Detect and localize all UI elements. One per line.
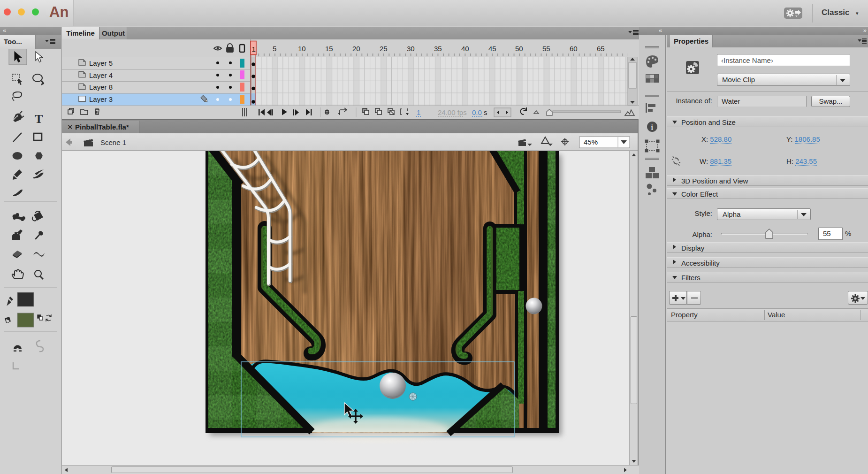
svg-text:Layer 3: Layer 3 (89, 95, 113, 103)
svg-text:40: 40 (461, 45, 469, 53)
svg-text:T: T (35, 112, 43, 126)
svg-text:Layer 4: Layer 4 (89, 71, 113, 79)
svg-text:0.0: 0.0 (472, 108, 482, 116)
svg-text:65: 65 (597, 45, 605, 53)
svg-text:60: 60 (570, 45, 578, 53)
svg-text:50: 50 (515, 45, 523, 53)
svg-text:45%: 45% (584, 138, 598, 146)
svg-text:20: 20 (352, 45, 360, 53)
svg-text:30: 30 (407, 45, 415, 53)
svg-text:10: 10 (298, 45, 306, 53)
svg-text:1: 1 (417, 108, 420, 116)
svg-text:35: 35 (434, 45, 442, 53)
svg-text:i: i (651, 123, 654, 131)
svg-text:5: 5 (273, 45, 276, 53)
svg-text:1: 1 (252, 45, 256, 53)
svg-text:55: 55 (542, 45, 550, 53)
svg-text:15: 15 (325, 45, 333, 53)
svg-text:24.00 fps: 24.00 fps (438, 108, 467, 116)
svg-text:Layer 5: Layer 5 (89, 59, 113, 67)
svg-text:45: 45 (488, 45, 496, 53)
svg-text:Layer 8: Layer 8 (89, 83, 113, 91)
svg-text:25: 25 (380, 45, 388, 53)
svg-text:s: s (484, 108, 487, 116)
svg-text:Scene 1: Scene 1 (100, 138, 126, 146)
